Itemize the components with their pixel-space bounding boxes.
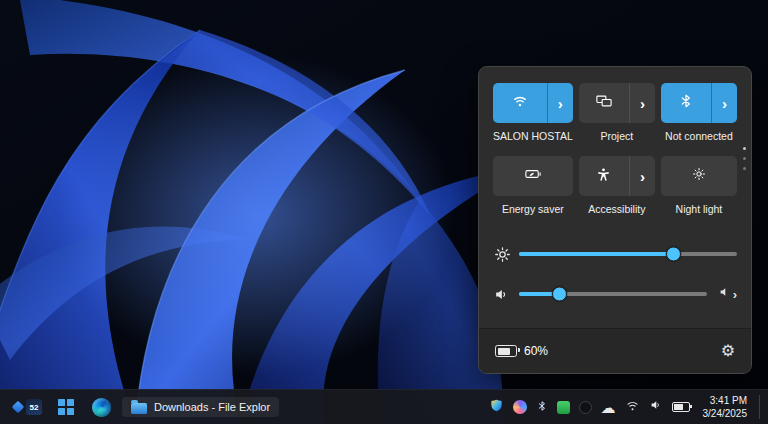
project-toggle-main[interactable] [579,83,629,123]
tray-volume-button[interactable] [649,398,663,416]
energy-saver-label: Energy saver [493,203,573,215]
night-light-icon [691,166,707,186]
brightness-slider[interactable] [519,252,737,256]
tray-network-button[interactable] [625,398,640,417]
page-dot[interactable] [743,157,746,160]
volume-slider-row: › [493,281,737,307]
brightness-slider-fill [519,252,674,256]
volume-slider[interactable] [519,292,707,296]
dark-app-icon [579,401,592,414]
accessibility-toggle-main[interactable] [579,156,629,196]
green-app-icon [557,401,570,414]
security-shield-icon [489,398,504,417]
onedrive-cloud-icon: ☁ [601,400,616,415]
tray-onedrive-button[interactable]: ☁ [601,400,616,415]
tray-copilot-button[interactable] [513,400,527,414]
tray-bluetooth-button[interactable] [536,398,548,416]
night-light-quick-toggle[interactable] [661,156,737,196]
start-button[interactable] [52,393,80,421]
audio-output-speaker-icon [718,285,732,303]
volume-slider-thumb[interactable] [552,287,567,302]
wifi-expand-chevron-icon[interactable]: › [547,83,573,123]
quick-toggles-grid: › SALON HOSTAL › Project [493,83,737,215]
volume-icon[interactable] [493,286,519,303]
bluetooth-toggle-main[interactable] [661,83,711,123]
project-expand-chevron-icon[interactable]: › [629,83,655,123]
accessibility-expand-chevron-icon[interactable]: › [629,156,655,196]
show-desktop-button[interactable] [759,395,764,419]
tray-app-dark-button[interactable] [579,401,592,414]
wifi-toggle-main[interactable] [493,83,547,123]
bluetooth-icon [678,93,694,113]
wifi-quick-toggle[interactable]: › [493,83,573,123]
taskbar-window-file-explorer[interactable]: Downloads - File Explor [122,397,279,417]
speaker-tray-icon [649,398,663,416]
night-light-label: Night light [661,203,737,215]
page-dot[interactable] [743,167,746,170]
project-quick-toggle[interactable]: › [579,83,655,123]
widgets-icon [12,401,25,414]
accessibility-label: Accessibility [579,203,655,215]
energy-saver-quick-toggle[interactable] [493,156,573,196]
brightness-icon [493,245,519,264]
battery-tray-icon [672,402,690,412]
accessibility-icon [595,166,612,187]
widgets-weather-button[interactable]: 52 [10,393,45,421]
energy-saver-icon [524,165,542,187]
window-title-label: Downloads - File Explor [154,401,270,413]
taskbar: 52 Downloads - File Explor [0,389,768,424]
wifi-tray-icon [625,398,640,417]
quick-settings-page-dots[interactable] [743,147,746,170]
taskbar-item-edge[interactable] [87,393,115,421]
windows-logo-icon [58,399,74,415]
wifi-icon [511,92,529,114]
volume-slider-fill [519,292,560,296]
energy-saver-toggle-main[interactable] [493,156,573,196]
audio-output-picker-button[interactable]: › [707,285,737,303]
brightness-slider-thumb[interactable] [666,247,681,262]
accessibility-quick-toggle[interactable]: › [579,156,655,196]
night-light-toggle-main[interactable] [661,156,737,196]
project-icon [595,92,613,114]
wifi-network-label: SALON HOSTAL [493,130,573,142]
weather-temperature-label: 52 [30,403,39,412]
battery-fill [498,348,510,355]
tray-security-button[interactable] [489,398,504,417]
battery-percent-label: 60% [524,344,548,358]
bluetooth-tray-icon [536,398,548,416]
bluetooth-quick-toggle[interactable]: › [661,83,737,123]
battery-icon [495,345,517,357]
tray-battery-button[interactable] [672,402,690,412]
file-explorer-icon [131,403,147,414]
clock-time: 3:41 PM [703,394,748,408]
tray-app-green-button[interactable] [557,401,570,414]
copilot-icon [513,400,527,414]
taskbar-clock[interactable]: 3:41 PM 3/24/2025 [699,394,748,421]
quick-settings-footer: 60% ⚙ [479,328,751,373]
bluetooth-expand-chevron-icon[interactable]: › [711,83,737,123]
audio-output-chevron-icon: › [733,288,737,301]
page-dot[interactable] [743,147,746,150]
battery-status-button[interactable]: 60% [495,344,548,358]
bluetooth-status-label: Not connected [661,130,737,142]
project-label: Project [579,130,655,142]
brightness-slider-row [493,241,737,267]
clock-date: 3/24/2025 [703,407,748,421]
desktop: › SALON HOSTAL › Project [0,0,768,424]
edge-browser-icon [92,398,111,417]
weather-temperature-badge: 52 [26,399,42,415]
settings-gear-button[interactable]: ⚙ [721,343,735,359]
quick-settings-panel: › SALON HOSTAL › Project [478,66,752,374]
